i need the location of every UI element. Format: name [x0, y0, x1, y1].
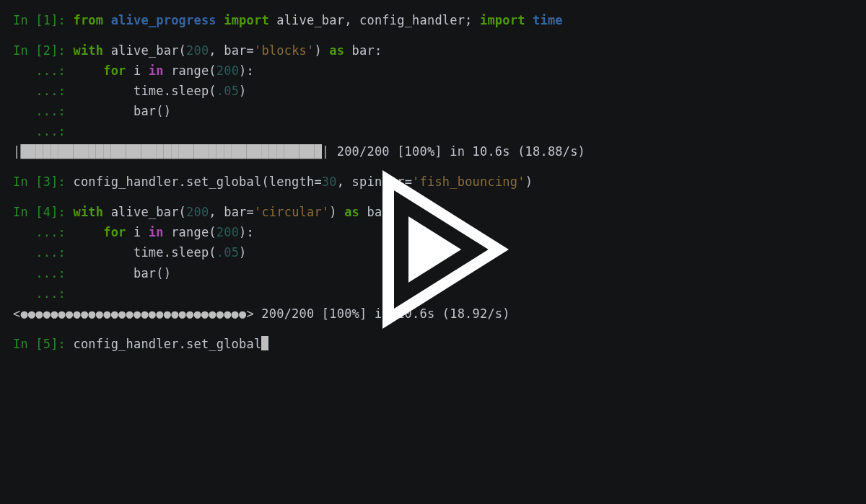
module: time: [533, 13, 563, 27]
cont-prompt: ...:: [13, 63, 73, 78]
code-line: ...:: [13, 121, 853, 141]
code-line: ...: for i in range(200):: [13, 61, 853, 81]
code-line: ...: bar(): [13, 101, 853, 121]
keyword-import: import: [224, 13, 269, 27]
terminal-cursor: [261, 336, 268, 350]
import-items: alive_bar, config_handler;: [269, 13, 480, 27]
code-line: In [2]: with alive_bar(200, bar='blocks'…: [13, 40, 853, 61]
code-line: In [1]: from alive_progress import alive…: [13, 10, 853, 30]
play-icon: [339, 155, 527, 342]
input-text: config_handler.set_global: [73, 337, 261, 351]
code-line: ...: time.sleep(.05): [13, 81, 853, 101]
play-button[interactable]: [339, 155, 527, 348]
keyword-with: with: [73, 43, 103, 58]
module: alive_progress: [111, 13, 216, 27]
prompt: In [1]:: [13, 13, 73, 27]
prompt: In [5]:: [13, 337, 73, 351]
prompt: In [4]:: [13, 205, 73, 219]
prompt: In [2]:: [13, 43, 73, 58]
prompt: In [3]:: [13, 174, 73, 189]
keyword-from: from: [73, 13, 103, 27]
progress-bar: <●●●●●●●●●●●●●●●●●●●●●●●●●●●●●●>: [13, 306, 261, 321]
keyword-import: import: [480, 13, 525, 27]
progress-bar: |███████████████████████████████████████…: [13, 144, 337, 159]
